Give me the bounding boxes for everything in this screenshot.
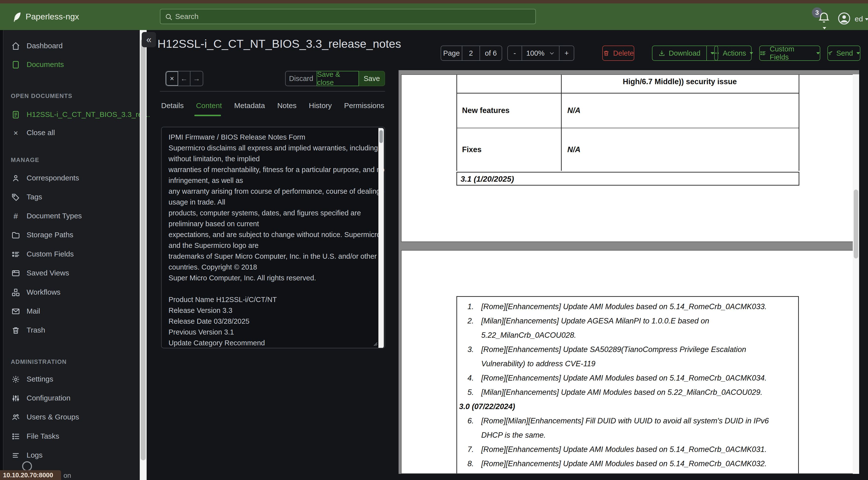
workflow-boxes-icon — [11, 288, 21, 297]
collapse-pane-button[interactable]: « — [142, 32, 156, 47]
sidebar-item-logs[interactable]: Logs — [3, 448, 140, 463]
list-item: 3.[Rome][Enhancements] Update SA50289(Ti… — [457, 343, 798, 357]
close-icon: × — [11, 128, 21, 138]
chevron-down-icon — [549, 50, 555, 56]
sidebar-item-trash[interactable]: Trash — [3, 323, 140, 338]
trash-icon — [11, 325, 21, 335]
delete-button[interactable]: Delete — [602, 46, 634, 61]
list-item: 6.[Rome][Milan][Enhancements] Fill DUID … — [457, 415, 798, 429]
user-avatar-icon[interactable] — [837, 12, 851, 25]
page-label: Page — [441, 46, 462, 60]
textarea-scrollbar-thumb[interactable] — [379, 130, 383, 143]
sidebar-item-storage-paths[interactable]: Storage Paths — [3, 228, 140, 243]
pdf-table-row-new-features: New features N/A — [457, 93, 799, 128]
document-nav-group: × ← → — [165, 71, 203, 86]
checklist-icon — [11, 249, 21, 259]
sidebar-item-close-all[interactable]: × Close all — [3, 125, 140, 141]
sidebar-item-saved-views[interactable]: Saved Views — [3, 266, 140, 281]
discard-button[interactable]: Discard — [285, 71, 317, 86]
tag-icon — [11, 192, 21, 202]
hash-icon: # — [11, 211, 21, 221]
pdf-scrollbar-thumb[interactable] — [854, 189, 858, 259]
resize-handle[interactable] — [371, 340, 378, 346]
notifications-caret-icon — [823, 27, 826, 29]
tab-notes[interactable]: Notes — [277, 101, 297, 110]
download-icon — [658, 50, 665, 57]
tab-content[interactable]: Content — [196, 101, 222, 110]
save-button[interactable]: Save — [359, 71, 385, 86]
sidebar-item-settings[interactable]: Settings — [3, 372, 140, 387]
search-input[interactable]: Search — [160, 9, 536, 24]
section-administration: ADMINISTRATION — [11, 358, 67, 365]
pdf-table-row-security: High/6.7 Middle)) security issue — [457, 74, 799, 93]
sidebar-item-users-groups[interactable]: Users & Groups — [3, 410, 140, 425]
detail-tabs: Details Content Metadata Notes History P… — [161, 101, 384, 110]
download-split-button: Download — [652, 46, 718, 61]
sidebar-item-file-tasks[interactable]: File Tasks — [3, 429, 140, 444]
paperless-logo-icon[interactable] — [7, 9, 23, 25]
list-item: 8.[Rome][Enhancements] Update AMI Module… — [457, 457, 798, 472]
custom-fields-button[interactable]: Custom Fields — [759, 46, 820, 61]
list-item: 5.22_MilanCrb_0ACOU028. — [457, 329, 798, 343]
textarea-scrollbar-track[interactable] — [378, 128, 384, 348]
ellipsis-icon: ··· — [713, 49, 719, 57]
pdf-scrollbar-track[interactable] — [853, 74, 859, 474]
gear-icon — [11, 374, 21, 384]
user-menu[interactable]: ed — [855, 15, 863, 23]
previous-document-button[interactable]: ← — [178, 71, 190, 86]
search-placeholder: Search — [175, 12, 198, 21]
next-document-button[interactable]: → — [190, 71, 203, 86]
sidebar-item-workflows[interactable]: Workflows — [3, 285, 140, 300]
trash-icon — [603, 50, 610, 57]
download-button[interactable]: Download — [652, 46, 707, 60]
content-textarea[interactable]: IPMI Firmware / BIOS Release Notes Form … — [161, 127, 385, 348]
app-title: Paperless-ngx — [26, 12, 79, 22]
list-item: DHCP is the same. — [457, 429, 798, 443]
sidebar-item-documents[interactable]: Documents — [3, 57, 140, 72]
notifications-bell-icon[interactable] — [817, 11, 831, 26]
zoom-level-select[interactable]: 100% — [522, 46, 559, 60]
actions-button[interactable]: ··· Actions — [714, 46, 752, 61]
tab-details[interactable]: Details — [161, 101, 184, 110]
envelope-icon — [11, 306, 21, 316]
list-item: 4.[Rome][Enhancements] Update AMI Module… — [457, 372, 798, 386]
sidebar-item-configuration[interactable]: Configuration — [3, 391, 140, 406]
pdf-table-row-fixes: Fixes N/A — [457, 128, 799, 171]
page-number-input[interactable]: 2 — [462, 46, 480, 60]
save-and-close-button[interactable]: Save & close — [317, 71, 359, 86]
task-list-icon — [11, 431, 21, 441]
sidebar-item-mail[interactable]: Mail — [3, 304, 140, 319]
tab-history[interactable]: History — [309, 101, 332, 110]
sidebar-item-dashboard[interactable]: Dashboard — [3, 38, 140, 54]
person-icon — [11, 173, 21, 183]
lines-icon — [11, 450, 21, 460]
pdf-table-row-version: 3.1 (1/20/2025) — [456, 172, 799, 186]
tab-metadata[interactable]: Metadata — [234, 101, 265, 110]
zoom-control-group: - 100% + — [507, 46, 574, 61]
tab-permissions[interactable]: Permissions — [344, 101, 384, 110]
search-icon — [165, 13, 173, 21]
document-icon — [11, 60, 21, 70]
send-button[interactable]: Send — [828, 46, 860, 61]
zoom-in-button[interactable]: + — [559, 46, 574, 60]
list-item: 9.[Rome][Milan][Enhancements] For UsbBus… — [457, 472, 798, 474]
sidebar-item-tags[interactable]: Tags — [3, 189, 140, 205]
sidebar-scrollbar-thumb[interactable] — [141, 39, 146, 460]
documentation-icon-partial[interactable] — [22, 461, 32, 471]
section-manage: MANAGE — [11, 156, 39, 163]
people-icon — [11, 412, 21, 422]
page-total-label: of 6 — [480, 46, 502, 60]
sidebar-item-custom-fields[interactable]: Custom Fields — [3, 247, 140, 262]
folder-icon — [11, 230, 21, 240]
page-title: H12SSL-i_C_CT_NT_BIOS_3.3_release_notes — [157, 37, 401, 51]
home-icon — [11, 41, 21, 51]
pdf-page-1: High/6.7 Middle)) security issue New fea… — [401, 74, 853, 242]
sidebar-item-open-document[interactable]: H12SSL-i_C_CT_NT_BIOS_3.3_rel... — [3, 107, 140, 122]
close-document-button[interactable]: × — [166, 71, 178, 86]
pdf-page-2: 1.[Rome][Enhancements] Update AMI Module… — [401, 250, 853, 474]
sidebar-item-document-types[interactable]: # Document Types — [3, 209, 140, 224]
sidebar-item-correspondents[interactable]: Correspondents — [3, 171, 140, 186]
zoom-out-button[interactable]: - — [508, 46, 522, 60]
content-text: IPMI Firmware / BIOS Release Notes Form … — [168, 132, 370, 348]
pdf-change-list: 1.[Rome][Enhancements] Update AMI Module… — [456, 296, 799, 474]
